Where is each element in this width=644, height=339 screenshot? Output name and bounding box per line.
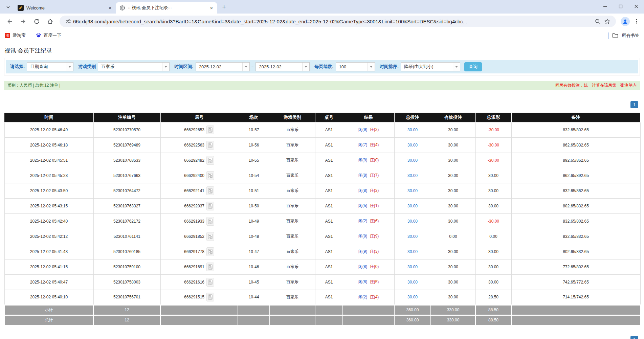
video-replay-icon[interactable]	[206, 186, 214, 195]
forward-icon[interactable]	[17, 16, 29, 27]
cell-game-type: 百家乐	[270, 168, 315, 183]
sort-label: 时间排序:	[380, 64, 399, 70]
tab-search-chevron-down-icon[interactable]	[3, 2, 13, 12]
welcome-favicon-icon	[18, 5, 24, 11]
video-replay-icon[interactable]	[206, 263, 214, 271]
cell-valid-bet: 0.00	[431, 229, 475, 244]
chevron-down-icon[interactable]	[162, 63, 169, 71]
cell-round-id: 666291691	[160, 259, 238, 274]
cell-total-bet-link[interactable]: 30.00	[394, 259, 431, 274]
cell-game-type: 百家乐	[270, 274, 315, 290]
url-text[interactable]: 66cxkj98.com/game/betrecord_search/kind3…	[73, 19, 593, 24]
tab-welcome[interactable]: Welcome ×	[14, 2, 116, 14]
video-replay-icon[interactable]	[206, 141, 214, 150]
sort-select[interactable]: 降幂(由大到小)	[401, 62, 460, 71]
result-banker: 庄(4)	[370, 142, 379, 147]
browser-menu-dots-icon[interactable]	[632, 17, 641, 26]
all-bookmarks-label[interactable]: 所有书签	[622, 32, 639, 39]
query-button[interactable]: 查询	[464, 62, 482, 71]
result-player: 闲(5)	[358, 203, 368, 208]
cell-round-id: 666292482	[160, 153, 238, 168]
video-replay-icon[interactable]	[206, 247, 214, 256]
cell-total-bet-link[interactable]: 30.00	[394, 213, 431, 229]
video-replay-icon[interactable]	[206, 217, 214, 226]
cell-note: 832.65/802.65	[511, 213, 640, 229]
maximize-button[interactable]	[613, 0, 628, 13]
profile-avatar[interactable]	[621, 17, 630, 26]
video-replay-icon[interactable]	[206, 232, 214, 241]
cell-session: 10-51	[238, 183, 270, 198]
tab-close-icon[interactable]: ×	[208, 5, 215, 11]
cell-time: 2025-12-02 05:41:15	[4, 259, 93, 274]
cell-bet-id: 523010760185	[93, 244, 160, 259]
tab-title: :::视讯 会员下注纪录:::	[128, 5, 206, 11]
cell-result: 闲(2) 庄(4)	[343, 290, 394, 305]
cell-valid-bet: 30.00	[431, 137, 475, 153]
bookmark-star-icon[interactable]	[602, 17, 612, 26]
game-type-label: 游戏类别	[78, 64, 96, 70]
tab-close-icon[interactable]: ×	[107, 5, 113, 11]
pagination-bottom-page-1[interactable]: 1	[630, 336, 638, 339]
chevron-down-icon[interactable]	[453, 63, 460, 71]
table-row: 2025-12-02 05:43:50 523010764472 6662921…	[4, 183, 640, 198]
cell-bet-id: 523010769489	[93, 137, 160, 153]
chevron-down-icon[interactable]	[368, 63, 375, 71]
reload-icon[interactable]	[31, 16, 42, 27]
cell-total-bet-link[interactable]: 30.00	[394, 168, 431, 183]
cell-total-bet-link[interactable]: 30.00	[394, 274, 431, 290]
video-replay-icon[interactable]	[206, 126, 214, 134]
minimize-button[interactable]	[597, 0, 613, 13]
cell-total-bet-link[interactable]: 30.00	[394, 229, 431, 244]
result-player: 闲(8)	[358, 188, 368, 193]
summary-bar: 币别：人民币 | 总共:12 注单 | 同局有效投注，统一计算在该局第一张注单内	[4, 81, 640, 90]
cell-session: 10-54	[238, 168, 270, 183]
cell-result: 闲(9) 庄(2)	[343, 122, 394, 137]
col-session: 场次	[238, 113, 270, 122]
cell-game-type: 百家乐	[270, 153, 315, 168]
video-replay-icon[interactable]	[206, 293, 214, 301]
tab-betrecord[interactable]: :::视讯 会员下注纪录::: ×	[116, 2, 217, 14]
address-bar[interactable]: 66cxkj98.com/game/betrecord_search/kind3…	[60, 16, 616, 27]
chevron-down-icon[interactable]	[66, 63, 73, 71]
cell-payout: -30.00	[475, 137, 511, 153]
cell-total-bet-link[interactable]: 30.00	[394, 290, 431, 305]
bookmark-taobao[interactable]: 淘 爱淘宝	[5, 32, 26, 39]
video-replay-icon[interactable]	[206, 156, 214, 165]
cell-note: 802.65/832.65	[511, 198, 640, 213]
chevron-down-icon[interactable]	[242, 63, 249, 71]
cell-valid-bet: 30.00	[431, 290, 475, 305]
cell-total-bet-link[interactable]: 30.00	[394, 183, 431, 198]
home-icon[interactable]	[44, 16, 56, 27]
col-result: 结果	[343, 113, 394, 122]
bookmark-baidu[interactable]: 百度一下	[36, 32, 61, 39]
cell-total-bet-link[interactable]: 30.00	[394, 137, 431, 153]
back-icon[interactable]	[4, 16, 15, 27]
cell-total-bet-link[interactable]: 30.00	[394, 198, 431, 213]
cell-valid-bet: 30.00	[431, 274, 475, 290]
page-size-select[interactable]: 100	[336, 62, 375, 71]
cell-result: 闲(8) 庄(5)	[343, 274, 394, 290]
cell-total-bet-link[interactable]: 30.00	[394, 122, 431, 137]
currency-total-text: 币别：人民币 | 总共:12 注单 |	[7, 83, 60, 88]
new-tab-button[interactable]: +	[219, 2, 229, 12]
query-type-select[interactable]: 日期查询	[27, 62, 73, 71]
chevron-down-icon[interactable]	[302, 63, 309, 71]
video-replay-icon[interactable]	[206, 202, 214, 210]
site-settings-sliders-icon[interactable]	[64, 17, 73, 26]
zoom-out-icon[interactable]	[593, 17, 602, 26]
result-player: 闲(8)	[358, 173, 368, 178]
cell-total-bet-link[interactable]: 30.00	[394, 153, 431, 168]
cell-note: 742.65/772.65	[511, 274, 640, 290]
video-replay-icon[interactable]	[206, 171, 214, 180]
video-replay-icon[interactable]	[206, 278, 214, 287]
cell-table-no: AS1	[315, 153, 343, 168]
game-type-select[interactable]: 百家乐	[98, 62, 170, 71]
filter-panel: 请选择: 日期查询 游戏类别 百家乐 时间区间: 2025-12-02 ~ 20…	[4, 58, 640, 75]
pagination-page-1[interactable]: 1	[630, 101, 638, 108]
cell-total-bet-link[interactable]: 30.00	[394, 244, 431, 259]
close-window-button[interactable]	[628, 0, 644, 13]
cell-bet-id: 523010758003	[93, 274, 160, 290]
date-start-input[interactable]: 2025-12-02	[196, 62, 250, 71]
bookmarks-divider	[608, 32, 609, 39]
date-end-input[interactable]: 2025-12-02	[256, 62, 310, 71]
